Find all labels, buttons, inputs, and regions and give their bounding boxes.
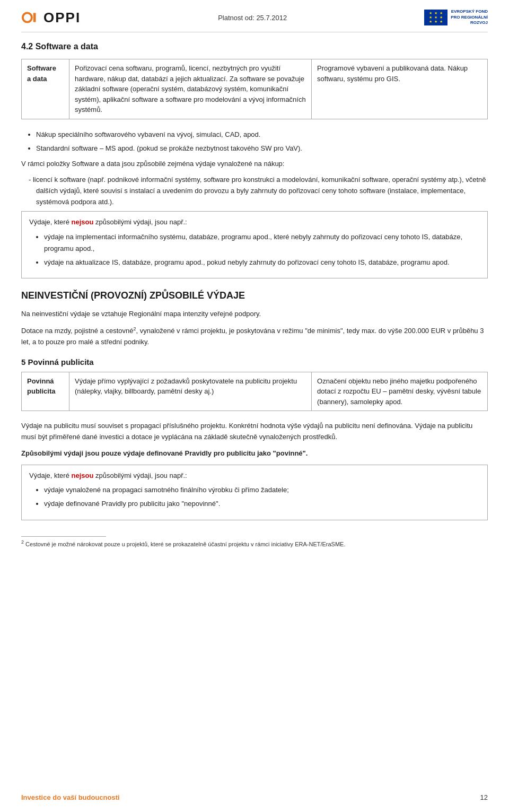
section42-bullet-list: Nákup speciálního softwarového vybavení … (21, 129, 488, 154)
section-42-heading: 4.2 Software a data (21, 42, 488, 51)
list-item: výdaje na aktualizace IS, databáze, prog… (44, 257, 480, 268)
software-data-table: Softwarea data Pořizovací cena softwaru,… (21, 59, 488, 119)
list-item: výdaje definované Pravidly pro publicitu… (44, 498, 480, 510)
table-main-software: Pořizovací cena softwaru, programů, lice… (69, 59, 312, 119)
section42-dash1: - licencí k software (např. podnikové in… (21, 174, 488, 207)
publicita-para2: Způsobilými výdaji jsou pouze výdaje def… (21, 448, 488, 459)
table-main-publicita: Výdaje přímo vyplývající z požadavků pos… (69, 372, 312, 411)
list-item: Nákup speciálního softwarového vybavení … (36, 129, 488, 141)
footer-slogan: Investice do vaší budoucnosti (21, 793, 120, 801)
neinvesticni-heading: NEINVESTIČNÍ (PROVOZNÍ) ZPŮSOBILÉ VÝDAJE (21, 290, 488, 301)
section5-heading: 5 Povinná publicita (21, 357, 488, 366)
table-right-software: Programové vybavení a publikovaná data. … (312, 59, 488, 119)
page: OPPI Platnost od: 25.7.2012 ★ ★ ★★ ★ ★★ … (0, 0, 509, 812)
publicita-para1: Výdaje na publicitu musí souviset s prop… (21, 421, 488, 443)
header-validity: Platnost od: 25.7.2012 (218, 14, 287, 22)
section42-para1: V rámci položky Software a data jsou způ… (21, 159, 488, 170)
svg-point-0 (23, 13, 32, 22)
box-nejsou-2: Výdaje, které nejsou způsobilými výdaji,… (21, 465, 488, 520)
box2-title: Výdaje, které nejsou způsobilými výdaji,… (29, 470, 480, 482)
footnote-text: 2 Cestovné je možné nárokovat pouze u pr… (21, 539, 488, 548)
table-label-publicita: Povinnápublicita (22, 372, 69, 411)
svg-rect-1 (33, 13, 36, 22)
logo-left: OPPI (21, 7, 81, 28)
eu-fund-text: EVROPSKÝ FOND PRO REGIONÁLNÍ ROZVOJ (451, 9, 488, 25)
oi-icon (21, 7, 41, 28)
list-item: výdaje vynaložené na propagaci samotného… (44, 484, 480, 496)
eu-logo-area: ★ ★ ★★ ★ ★★ ★ ★ EVROPSKÝ FOND PRO REGION… (424, 9, 488, 25)
table-label-software: Softwarea data (22, 59, 69, 119)
footnote-separator (21, 536, 106, 537)
box1-bullet-list: výdaje na implementaci informačního syst… (29, 231, 480, 268)
publicita-table: Povinnápublicita Výdaje přímo vyplývajíc… (21, 372, 488, 412)
table-right-publicita: Označení objektu nebo jiného majetku pod… (312, 372, 488, 411)
page-header: OPPI Platnost od: 25.7.2012 ★ ★ ★★ ★ ★★ … (21, 0, 488, 32)
footnote-area: 2 Cestovné je možné nárokovat pouze u pr… (21, 536, 488, 548)
box1-title: Výdaje, které nejsou způsobilými výdaji,… (29, 217, 480, 228)
neinvesticni-para2: Dotace na mzdy, pojistné a cestovné2, vy… (21, 325, 488, 348)
neinvesticni-para1: Na neinvestiční výdaje se vztahuje Regio… (21, 309, 488, 320)
eu-flag: ★ ★ ★★ ★ ★★ ★ ★ (424, 10, 447, 25)
oppi-label: OPPI (43, 10, 81, 26)
oppi-logo: OPPI (21, 7, 81, 28)
box-nejsou-1: Výdaje, které nejsou způsobilými výdaji,… (21, 211, 488, 278)
box2-bullet-list: výdaje vynaložené na propagaci samotného… (29, 484, 480, 510)
page-number: 12 (480, 793, 488, 801)
list-item: Standardní software – MS apod. (pokud se… (36, 143, 488, 154)
page-footer: Investice do vaší budoucnosti 12 (21, 793, 488, 801)
list-item: výdaje na implementaci informačního syst… (44, 231, 480, 255)
